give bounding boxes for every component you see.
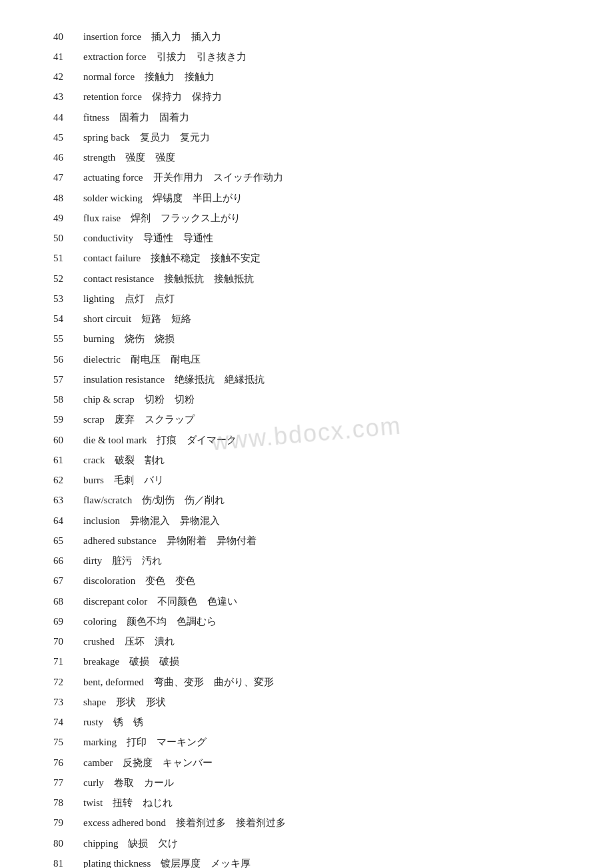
term-number: 51 [53, 251, 83, 266]
term-number: 74 [53, 715, 83, 730]
list-item: 69coloring 颜色不均 色調むら [53, 611, 573, 631]
term-content: discoloration 变色 变色 [83, 573, 573, 589]
term-number: 64 [53, 513, 83, 529]
list-item: 80chipping 缺损 欠け [53, 833, 573, 853]
term-content: short circuit 短路 短絡 [83, 311, 573, 327]
list-item: 42normal force 接触力 接触力 [53, 67, 573, 87]
term-content: contact resistance 接触抵抗 接触抵抗 [83, 271, 573, 287]
term-content: plating thickness 镀层厚度 メッキ厚 [83, 856, 573, 868]
list-item: 81plating thickness 镀层厚度 メッキ厚 [53, 853, 573, 868]
term-content: camber 反挠度 キャンバー [83, 755, 573, 771]
term-content: scrap 废弃 スクラップ [83, 412, 573, 427]
term-number: 56 [53, 352, 83, 367]
term-content: extraction force 引拔力 引き抜き力 [83, 49, 573, 65]
list-item: 74rusty 锈 锈 [53, 713, 573, 733]
term-content: retention force 保持力 保持力 [83, 89, 573, 105]
list-item: 63flaw/scratch 伤/划伤 伤／削れ [53, 491, 573, 511]
term-content: burning 烧伤 烧损 [83, 331, 573, 347]
term-number: 48 [53, 191, 83, 206]
list-item: 65adhered substance 异物附着 异物付着 [53, 531, 573, 551]
list-item: 79excess adhered bond 接着剂过多 接着剂过多 [53, 813, 573, 833]
term-content: breakage 破损 破损 [83, 654, 573, 669]
term-content: strength 强度 强度 [83, 150, 573, 165]
list-item: 57insulation resistance 绝缘抵抗 絶縁抵抗 [53, 369, 573, 389]
list-item: 46strength 强度 强度 [53, 148, 573, 168]
list-item: 56dielectric 耐电压 耐电压 [53, 349, 573, 369]
term-content: chipping 缺损 欠け [83, 836, 573, 851]
term-content: adhered substance 异物附着 异物付着 [83, 533, 573, 549]
term-content: flux raise 焊剂 フラックス上がり [83, 211, 573, 226]
term-number: 75 [53, 735, 83, 750]
term-number: 67 [53, 573, 83, 589]
term-number: 65 [53, 533, 83, 549]
term-number: 63 [53, 493, 83, 508]
list-item: 49flux raise 焊剂 フラックス上がり [53, 208, 573, 228]
term-number: 45 [53, 130, 83, 145]
list-item: 40insertion force 插入力 插入力 [53, 27, 573, 47]
term-number: 42 [53, 69, 83, 85]
list-item: 71breakage 破损 破损 [53, 652, 573, 672]
list-item: 67discoloration 变色 变色 [53, 571, 573, 591]
term-content: excess adhered bond 接着剂过多 接着剂过多 [83, 815, 573, 831]
term-number: 58 [53, 392, 83, 407]
list-item: 47actuating force 开关作用力 スイッチ作动力 [53, 168, 573, 188]
term-content: twist 扭转 ねじれ [83, 795, 573, 811]
term-content: solder wicking 焊锡度 半田上がり [83, 191, 573, 206]
list-item: 78twist 扭转 ねじれ [53, 793, 573, 813]
term-number: 53 [53, 291, 83, 307]
term-number: 62 [53, 473, 83, 488]
list-item: 53lighting 点灯 点灯 [53, 289, 573, 309]
term-content: dielectric 耐电压 耐电压 [83, 352, 573, 367]
list-item: 58chip & scrap 切粉 切粉 [53, 390, 573, 410]
term-number: 73 [53, 695, 83, 710]
term-number: 77 [53, 775, 83, 791]
list-item: 51contact failure 接触不稳定 接触不安定 [53, 249, 573, 269]
term-number: 66 [53, 553, 83, 569]
list-item: 48solder wicking 焊锡度 半田上がり [53, 188, 573, 208]
term-list: 40insertion force 插入力 插入力41extraction fo… [53, 27, 573, 868]
term-content: marking 打印 マーキング [83, 735, 573, 750]
list-item: 60die & tool mark 打痕 ダイマーク [53, 430, 573, 450]
list-item: 66dirty 脏污 汚れ [53, 551, 573, 571]
term-content: spring back 复员力 复元力 [83, 130, 573, 145]
term-content: bent, deformed 弯曲、变形 曲がり、変形 [83, 675, 573, 690]
term-content: insertion force 插入力 插入力 [83, 29, 573, 45]
term-content: die & tool mark 打痕 ダイマーク [83, 433, 573, 448]
term-number: 46 [53, 150, 83, 165]
term-number: 60 [53, 433, 83, 448]
list-item: 61crack 破裂 割れ [53, 450, 573, 470]
list-item: 41extraction force 引拔力 引き抜き力 [53, 47, 573, 67]
term-content: normal force 接触力 接触力 [83, 69, 573, 85]
term-number: 61 [53, 453, 83, 468]
term-number: 40 [53, 29, 83, 45]
term-content: crushed 压坏 潰れ [83, 634, 573, 649]
term-content: shape 形状 形状 [83, 695, 573, 710]
term-number: 71 [53, 654, 83, 669]
term-number: 54 [53, 311, 83, 327]
term-content: coloring 颜色不均 色調むら [83, 614, 573, 629]
term-number: 72 [53, 675, 83, 690]
list-item: 43retention force 保持力 保持力 [53, 87, 573, 107]
term-number: 70 [53, 634, 83, 649]
term-content: chip & scrap 切粉 切粉 [83, 392, 573, 407]
term-content: discrepant color 不同颜色 色違い [83, 594, 573, 609]
term-content: dirty 脏污 汚れ [83, 553, 573, 569]
term-content: actuating force 开关作用力 スイッチ作动力 [83, 170, 573, 185]
term-number: 43 [53, 89, 83, 105]
term-number: 47 [53, 170, 83, 185]
term-number: 68 [53, 594, 83, 609]
list-item: 75marking 打印 マーキング [53, 733, 573, 753]
list-item: 50conductivity 导通性 导通性 [53, 229, 573, 249]
list-item: 44fitness 固着力 固着力 [53, 107, 573, 127]
term-number: 52 [53, 271, 83, 287]
term-number: 80 [53, 836, 83, 851]
term-number: 44 [53, 110, 83, 125]
term-number: 69 [53, 614, 83, 629]
list-item: 62burrs 毛刺 バリ [53, 471, 573, 491]
term-content: curly 卷取 カール [83, 775, 573, 791]
term-number: 76 [53, 755, 83, 771]
term-content: fitness 固着力 固着力 [83, 110, 573, 125]
term-number: 55 [53, 331, 83, 347]
term-content: contact failure 接触不稳定 接触不安定 [83, 251, 573, 266]
term-number: 78 [53, 795, 83, 811]
